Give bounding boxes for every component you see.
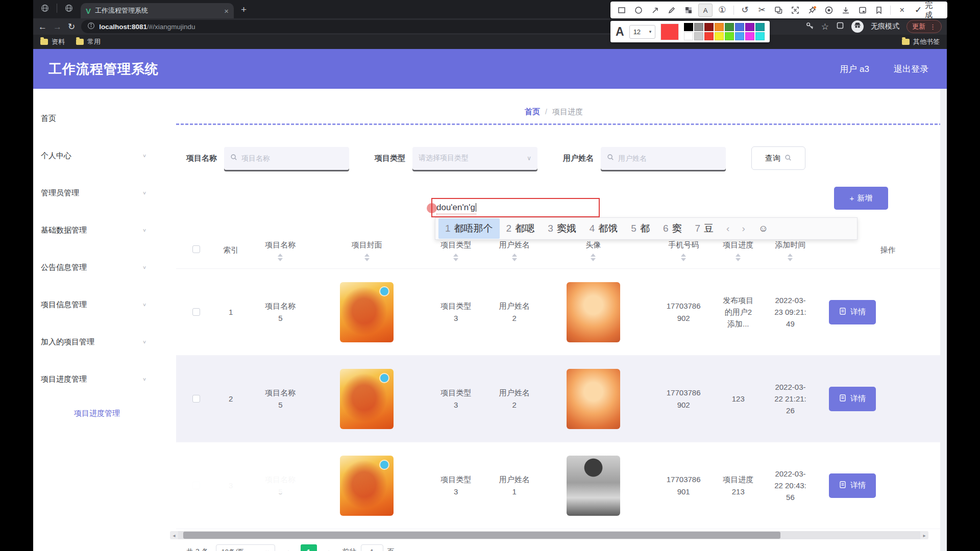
column-header[interactable]: 项目类型 (418, 237, 494, 261)
sort-icons[interactable] (364, 254, 370, 261)
palette-color-swatch[interactable] (755, 23, 765, 31)
sidebar-item-3[interactable]: 管理员管理∨ (33, 174, 161, 212)
info-icon[interactable] (87, 22, 95, 32)
column-header[interactable]: 头像 (535, 237, 652, 261)
cut-tool-icon[interactable]: ✂ (755, 4, 769, 17)
palette-color-swatch[interactable] (725, 23, 734, 31)
sort-icons[interactable] (788, 254, 793, 261)
sidebar-item-4[interactable]: 基础数据管理∨ (33, 212, 161, 249)
pinned-tab-2[interactable] (60, 2, 78, 16)
logout-link[interactable]: 退出登录 (894, 63, 928, 75)
column-header[interactable]: 添加时间 (761, 237, 820, 261)
detail-button[interactable]: 详情 (829, 387, 876, 411)
bookmark-item[interactable]: 资料 (40, 37, 65, 46)
sort-icons[interactable] (736, 254, 741, 261)
scrollbar-thumb[interactable] (183, 532, 780, 539)
vertical-scrollbar[interactable] (940, 89, 947, 551)
forward-icon[interactable]: → (53, 22, 62, 31)
other-bookmarks[interactable]: 其他书签 (902, 37, 940, 46)
pen-tool-icon[interactable] (665, 4, 679, 17)
scroll-right-icon[interactable]: ▸ (920, 533, 928, 538)
prev-page-button[interactable]: ‹ (282, 547, 293, 551)
incognito-avatar[interactable] (851, 20, 864, 33)
ime-candidate[interactable]: 1都唔那个 (438, 218, 500, 239)
pinned-tab-1[interactable] (36, 2, 54, 16)
sidebar-submenu-active[interactable]: 项目进度管理 (33, 398, 161, 429)
window-icon[interactable] (836, 21, 844, 32)
text-annotation-box[interactable]: dou'en'n'g (431, 198, 600, 217)
undo-tool-icon[interactable]: ↺ (738, 4, 752, 17)
column-header[interactable]: 项目进度 (715, 237, 761, 261)
done-button[interactable]: ✓完成 (912, 1, 943, 20)
ime-candidate[interactable]: 3窦娥 (541, 218, 583, 239)
download-tool-icon[interactable] (839, 4, 853, 17)
sidebar-item-7[interactable]: 加入的项目管理∨ (33, 323, 161, 361)
palette-color-swatch[interactable] (745, 32, 754, 40)
detail-button[interactable]: 详情 (829, 300, 876, 324)
palette-color-swatch[interactable] (715, 32, 724, 40)
mosaic-tool-icon[interactable] (681, 4, 696, 17)
ime-next-icon[interactable]: › (736, 223, 751, 234)
palette-color-swatch[interactable] (755, 32, 765, 40)
palette-color-swatch[interactable] (715, 23, 724, 31)
pin-tool-icon[interactable] (805, 4, 819, 17)
palette-color-swatch[interactable] (735, 32, 744, 40)
sort-icons[interactable] (591, 254, 596, 261)
bookmark-star-icon[interactable]: ☆ (821, 22, 829, 31)
column-header[interactable]: 项目名称 (245, 237, 316, 261)
arrow-tool-icon[interactable] (648, 4, 663, 17)
horizontal-scrollbar[interactable]: ◂ ▸ (170, 531, 928, 539)
palette-color-swatch[interactable] (704, 23, 714, 31)
column-header[interactable]: 项目封面 (316, 237, 418, 261)
float-window-tool-icon[interactable] (855, 4, 870, 17)
palette-color-swatch[interactable] (684, 23, 693, 31)
bookmark-item[interactable]: 常用 (76, 37, 101, 46)
palette-color-swatch[interactable] (725, 32, 734, 40)
palette-color-swatch[interactable] (694, 23, 703, 31)
emoji-icon[interactable]: ☺ (758, 223, 768, 234)
back-icon[interactable]: ← (38, 22, 47, 31)
translate-tool-icon[interactable] (771, 4, 786, 17)
record-tool-icon[interactable] (822, 4, 836, 17)
palette-color-swatch[interactable] (704, 32, 714, 40)
bookmark-tool-icon[interactable] (872, 4, 886, 17)
sidebar-item-5[interactable]: 公告信息管理∨ (33, 249, 161, 286)
user-name-input[interactable] (618, 154, 720, 162)
number-tool-icon[interactable]: ① (715, 4, 729, 17)
ocr-tool-icon[interactable] (788, 4, 802, 17)
sidebar-item-6[interactable]: 项目信息管理∨ (33, 286, 161, 323)
project-name-input[interactable] (241, 154, 343, 162)
address-bar[interactable]: localhost:8081/#/xiangmujindu (81, 20, 689, 33)
ime-candidate[interactable]: 7豆 (688, 218, 720, 239)
text-tool-icon[interactable]: A (698, 4, 713, 17)
ime-candidate[interactable]: 2都嗯 (500, 218, 542, 239)
sidebar-item-2[interactable]: 个人中心∨ (33, 137, 161, 174)
palette-color-swatch[interactable] (684, 32, 693, 40)
row-checkbox[interactable] (192, 395, 200, 403)
page-size-select[interactable]: 10条/页 ∨ (216, 544, 275, 551)
select-all-checkbox[interactable] (192, 245, 200, 253)
menu-dots-icon[interactable]: ⋮ (929, 23, 936, 31)
row-checkbox[interactable] (192, 308, 200, 316)
column-header[interactable]: 手机号码 (652, 237, 716, 261)
goto-page-input[interactable] (361, 544, 383, 551)
ime-candidate[interactable]: 5都 (624, 218, 656, 239)
sort-icons[interactable] (453, 254, 458, 261)
next-page-button[interactable]: › (324, 547, 335, 551)
current-color-swatch[interactable] (660, 23, 679, 40)
breadcrumb-home[interactable]: 首页 (525, 107, 540, 117)
column-header[interactable]: 用户姓名 (494, 237, 535, 261)
key-icon[interactable] (805, 21, 814, 32)
search-button[interactable]: 查询 (751, 146, 805, 170)
palette-color-swatch[interactable] (745, 23, 754, 31)
project-type-select[interactable]: 请选择项目类型 ∨ (412, 147, 537, 170)
reload-icon[interactable]: ↻ (68, 22, 75, 31)
rect-tool-icon[interactable] (615, 4, 629, 17)
sort-icons[interactable] (681, 254, 686, 261)
ime-prev-icon[interactable]: ‹ (720, 223, 736, 234)
add-button[interactable]: + 新增 (834, 187, 888, 210)
tab-close-icon[interactable]: × (224, 7, 229, 15)
ime-candidate[interactable]: 4都饿 (583, 218, 625, 239)
sort-icons[interactable] (512, 254, 517, 261)
page-number-button[interactable]: 1 (301, 544, 317, 551)
